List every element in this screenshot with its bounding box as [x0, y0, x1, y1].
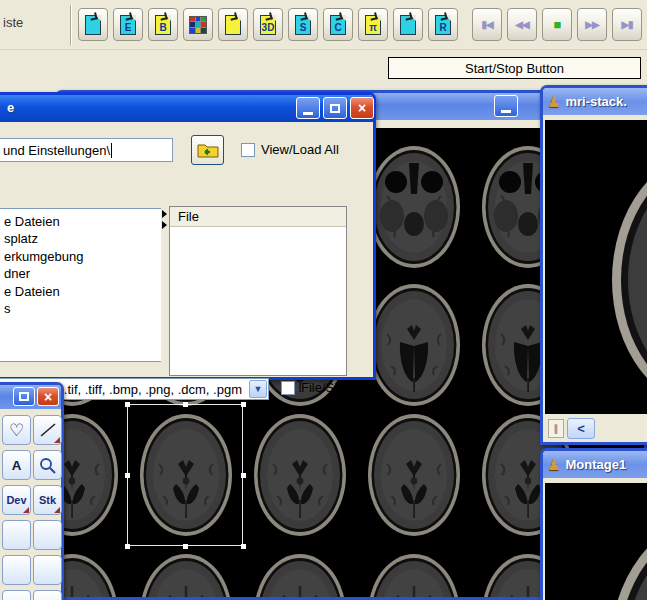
- montage1-titlebar[interactable]: ♟ Montage1: [543, 451, 647, 478]
- minimize-button[interactable]: [494, 95, 518, 117]
- next-frame-button[interactable]: ▶▶: [577, 8, 607, 41]
- blank-tool-2[interactable]: [33, 520, 62, 550]
- maximize-button[interactable]: [323, 97, 347, 119]
- file-panel[interactable]: File: [169, 206, 347, 376]
- mri-stack-titlebar[interactable]: ♟ mri-stack.: [543, 88, 647, 115]
- mri-thumbnail: [357, 544, 471, 597]
- stop-button[interactable]: ■: [542, 8, 572, 41]
- edit-stack-button[interactable]: E: [113, 8, 143, 41]
- mri-thumbnail: [59, 404, 129, 544]
- more-tools[interactable]: ≫: [33, 590, 62, 600]
- palette-body: ♡ADevStk≫: [0, 409, 61, 600]
- mri-thumbnail: [129, 544, 243, 597]
- previous-frame-button[interactable]: ◀◀: [507, 8, 537, 41]
- freehand-tool[interactable]: ♡: [2, 415, 31, 445]
- maximize-button[interactable]: [13, 387, 35, 406]
- list-item[interactable]: s: [4, 300, 84, 317]
- blank-tool-1[interactable]: [2, 520, 31, 550]
- text-tool[interactable]: A: [2, 450, 31, 480]
- first-frame-icon: ▮◀: [481, 19, 492, 30]
- register-icon: R: [435, 15, 451, 35]
- rotate-stack-icon: S: [295, 15, 311, 35]
- rotate-stack-button[interactable]: S: [288, 8, 318, 41]
- file-size-checkbox[interactable]: File/Size: [281, 380, 351, 395]
- convert-stack-button[interactable]: C: [323, 8, 353, 41]
- view-3d-button[interactable]: 3D: [253, 8, 283, 41]
- minimize-button[interactable]: [296, 97, 320, 119]
- checkbox-box[interactable]: [281, 381, 295, 395]
- path-input[interactable]: e und Einstellungen\: [0, 138, 173, 162]
- list-item[interactable]: dner: [4, 265, 84, 282]
- batch-icon: B: [155, 15, 171, 35]
- dialog-titlebar[interactable]: e ×: [0, 95, 373, 122]
- list-splitter[interactable]: [161, 208, 169, 366]
- selection-handle[interactable]: [241, 544, 246, 549]
- close-icon[interactable]: ×: [37, 387, 59, 406]
- selection-handle[interactable]: [183, 402, 188, 407]
- line-tool[interactable]: [33, 415, 62, 445]
- dropdown-corner-icon: [54, 437, 60, 443]
- selection-handle[interactable]: [183, 544, 188, 549]
- palette-titlebar[interactable]: ×: [0, 385, 61, 409]
- stack-scrollbar[interactable]: ∥ <: [545, 416, 647, 442]
- folder-list[interactable]: e Dateiensplatzerkumgebungdnere Dateiens…: [0, 208, 186, 362]
- stack-slider-icon[interactable]: ∥: [548, 419, 564, 438]
- window-title: Montage1: [565, 457, 626, 472]
- dialog-body: e und Einstellungen\ View/Load All e Dat…: [0, 122, 373, 377]
- convert-stack-icon: C: [330, 15, 346, 35]
- view-load-all-checkbox[interactable]: View/Load All: [241, 142, 339, 157]
- toolbar-buttons: EB3DSCπR▮◀◀◀■▶▶▶▮∗: [78, 8, 647, 41]
- dropdown-corner-icon: [23, 507, 29, 513]
- first-frame-button[interactable]: ▮◀: [472, 8, 502, 41]
- window-title: mri-stack.: [565, 94, 626, 109]
- checkbox-box[interactable]: [241, 143, 255, 157]
- main-toolbar: iste EB3DSCπR▮◀◀◀■▶▶▶▮∗: [0, 0, 647, 50]
- list-item[interactable]: e Dateien: [4, 283, 84, 300]
- last-frame-button[interactable]: ▶▮: [612, 8, 642, 41]
- close-icon[interactable]: ×: [350, 97, 374, 119]
- montage1-image-area[interactable]: [545, 483, 647, 600]
- text-tool-glyph: A: [12, 458, 22, 473]
- blank-tool-3[interactable]: [2, 555, 31, 585]
- text-caret: [111, 143, 112, 158]
- app-icon: ♟: [547, 456, 560, 474]
- list-item[interactable]: erkumgebung: [4, 248, 84, 265]
- folder-up-button[interactable]: [191, 135, 224, 165]
- mri-thumbnail: [59, 544, 129, 597]
- stack-tool[interactable]: Stk: [33, 485, 62, 515]
- list-item[interactable]: splatz: [4, 230, 84, 247]
- scroll-left-button[interactable]: <: [567, 418, 595, 439]
- start-stop-tooltip: Start/Stop Button: [388, 57, 641, 79]
- checkbox-label: View/Load All: [261, 142, 339, 157]
- blank-tool-4[interactable]: [33, 555, 62, 585]
- register-button[interactable]: R: [428, 8, 458, 41]
- list-item[interactable]: e Dateien: [4, 213, 84, 230]
- duplicate-button[interactable]: [393, 8, 423, 41]
- montage-button[interactable]: [183, 8, 213, 41]
- last-frame-icon: ▶▮: [621, 19, 632, 30]
- edit-stack-icon: E: [120, 15, 136, 35]
- batch-button[interactable]: B: [148, 8, 178, 41]
- mri-stack-image-area[interactable]: [545, 120, 647, 414]
- selection-handle[interactable]: [241, 402, 246, 407]
- freehand-tool-glyph: ♡: [9, 420, 24, 441]
- chevron-down-icon[interactable]: ▼: [249, 380, 267, 398]
- zoom-tool[interactable]: [33, 450, 62, 480]
- new-doc-button[interactable]: [218, 8, 248, 41]
- dev-tool[interactable]: Dev: [2, 485, 31, 515]
- projection-button[interactable]: π: [358, 8, 388, 41]
- selection-handle[interactable]: [125, 473, 130, 478]
- previous-frame-icon: ◀◀: [515, 19, 528, 30]
- toolbar-left-label: iste: [3, 15, 23, 30]
- blank-tool-5[interactable]: [2, 590, 31, 600]
- selection-handle[interactable]: [125, 402, 130, 407]
- selection-handle[interactable]: [241, 473, 246, 478]
- selection-handle[interactable]: [125, 544, 130, 549]
- toolbar-separator: [70, 5, 72, 45]
- selection-rectangle[interactable]: [127, 404, 243, 546]
- file-panel-header: File: [170, 207, 346, 227]
- open-stack-button[interactable]: [78, 8, 108, 41]
- path-value: e und Einstellungen\: [0, 143, 110, 158]
- tooltip-text: Start/Stop Button: [465, 61, 564, 76]
- view-3d-icon: 3D: [260, 15, 276, 35]
